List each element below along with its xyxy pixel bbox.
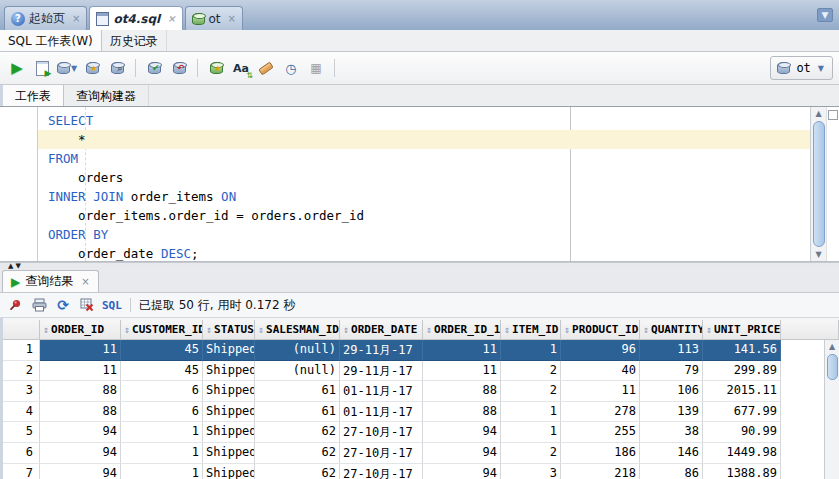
close-icon[interactable]: × bbox=[228, 14, 236, 24]
tab-ot-connection[interactable]: ot × bbox=[185, 6, 243, 30]
cell-salesman_id[interactable]: 62 bbox=[255, 443, 340, 464]
code-line[interactable]: * bbox=[38, 130, 810, 149]
grid-scrollbar-thumb[interactable] bbox=[827, 354, 838, 380]
code-line[interactable]: ORDER BY bbox=[38, 225, 810, 244]
table-row[interactable]: 7941Shipped6227-10月-17943218861388.89 bbox=[3, 464, 839, 479]
cell-status[interactable]: Shipped bbox=[203, 402, 255, 423]
sql-editor[interactable]: SELECT *FROM ordersINNER JOIN order_item… bbox=[0, 107, 839, 262]
cell-customer_id[interactable]: 6 bbox=[121, 381, 203, 402]
cell-unit_price[interactable]: 1388.89 bbox=[703, 464, 781, 479]
autotrace-button[interactable]: ★ bbox=[81, 57, 103, 79]
cell-item_id[interactable]: 2 bbox=[501, 381, 561, 402]
cell-order_date[interactable]: 27-10月-17 bbox=[340, 422, 423, 443]
cell-item_id[interactable]: 2 bbox=[501, 361, 561, 382]
close-icon[interactable]: × bbox=[81, 277, 89, 287]
tab-history[interactable]: 历史记录 bbox=[102, 30, 167, 51]
run-statement-button[interactable]: ▶ bbox=[6, 57, 28, 79]
code-line[interactable]: orders bbox=[38, 168, 810, 187]
cell-salesman_id[interactable]: (null) bbox=[255, 361, 340, 382]
column-header-unit_price[interactable]: ⇕UNIT_PRICE bbox=[703, 320, 781, 340]
sort-icon[interactable]: ⇕ bbox=[343, 324, 349, 335]
sort-icon[interactable]: ⇕ bbox=[706, 324, 712, 335]
cell-quantity[interactable]: 106 bbox=[640, 381, 703, 402]
cell-order_date[interactable]: 01-11月-17 bbox=[340, 381, 423, 402]
cell-unit_price[interactable]: 2015.11 bbox=[703, 381, 781, 402]
cell-status[interactable]: Shipped bbox=[203, 422, 255, 443]
editor-split-box[interactable] bbox=[828, 110, 838, 120]
column-header-order_id_1[interactable]: ⇕ORDER_ID_1 bbox=[423, 320, 501, 340]
cell-quantity[interactable]: 139 bbox=[640, 402, 703, 423]
cell-customer_id[interactable]: 6 bbox=[121, 402, 203, 423]
close-icon[interactable]: × bbox=[72, 14, 80, 24]
cell-quantity[interactable]: 146 bbox=[640, 443, 703, 464]
column-header-order_id[interactable]: ⇕ORDER_ID bbox=[40, 320, 121, 340]
cell-order_date[interactable]: 27-10月-17 bbox=[340, 443, 423, 464]
table-row[interactable]: 21145Shipped(null)29-11月-171124079299.89 bbox=[3, 361, 839, 382]
sort-icon[interactable]: ⇕ bbox=[43, 324, 49, 335]
chevron-down-icon[interactable]: ▼ bbox=[71, 64, 77, 73]
code-line[interactable]: order_date DESC; bbox=[38, 244, 810, 261]
cell-item_id[interactable]: 3 bbox=[501, 464, 561, 479]
tab-query-builder[interactable]: 查询构建器 bbox=[64, 85, 149, 106]
clear-button[interactable] bbox=[255, 57, 277, 79]
tab-query-result[interactable]: ▶ 查询结果 × bbox=[2, 270, 99, 292]
close-icon[interactable]: × bbox=[167, 14, 175, 24]
cell-order_id[interactable]: 94 bbox=[40, 422, 121, 443]
cell-status[interactable]: Shipped bbox=[203, 361, 255, 382]
row-number[interactable]: 3 bbox=[3, 381, 40, 402]
cell-order_id[interactable]: 11 bbox=[40, 361, 121, 382]
cell-quantity[interactable]: 113 bbox=[640, 340, 703, 361]
table-row[interactable]: 3886Shipped6101-11月-17882111062015.11 bbox=[3, 381, 839, 402]
cell-order_date[interactable]: 29-11月-17 bbox=[340, 340, 423, 361]
cell-customer_id[interactable]: 1 bbox=[121, 422, 203, 443]
sort-icon[interactable]: ⇕ bbox=[258, 324, 264, 335]
cell-product_id[interactable]: 186 bbox=[561, 443, 640, 464]
tab-list-chevron-icon[interactable]: ▼ bbox=[817, 8, 833, 22]
pane-splitter[interactable]: ▲ ▼ bbox=[0, 262, 839, 269]
row-number[interactable]: 2 bbox=[3, 361, 40, 382]
cell-unit_price[interactable]: 299.89 bbox=[703, 361, 781, 382]
results-grid[interactable]: ⇕ORDER_ID⇕CUSTOMER_ID⇕STATUS⇕SALESMAN_ID… bbox=[0, 318, 839, 479]
delete-result-button[interactable] bbox=[78, 296, 96, 314]
tab-sql-worksheet[interactable]: SQL 工作表(W) bbox=[0, 30, 102, 51]
cell-order_id_1[interactable]: 88 bbox=[423, 402, 501, 423]
column-header-salesman_id[interactable]: ⇕SALESMAN_ID bbox=[255, 320, 340, 340]
cell-order_id_1[interactable]: 94 bbox=[423, 443, 501, 464]
print-button[interactable] bbox=[30, 296, 48, 314]
row-number[interactable]: 6 bbox=[3, 443, 40, 464]
cell-unit_price[interactable]: 90.99 bbox=[703, 422, 781, 443]
cell-unit_price[interactable]: 1449.98 bbox=[703, 443, 781, 464]
cell-product_id[interactable]: 96 bbox=[561, 340, 640, 361]
cell-product_id[interactable]: 278 bbox=[561, 402, 640, 423]
code-line[interactable]: INNER JOIN order_items ON bbox=[38, 187, 810, 206]
table-row[interactable]: 4886Shipped6101-11月-17881278139677.99 bbox=[3, 402, 839, 423]
cell-item_id[interactable]: 1 bbox=[501, 422, 561, 443]
column-header-status[interactable]: ⇕STATUS bbox=[203, 320, 255, 340]
table-row[interactable]: 5941Shipped6227-10月-179412553890.99 bbox=[3, 422, 839, 443]
row-number[interactable]: 7 bbox=[3, 464, 40, 479]
tab-start-page[interactable]: ? 起始页 × bbox=[4, 6, 87, 30]
cell-salesman_id[interactable]: 62 bbox=[255, 464, 340, 479]
to-upper-lower-button[interactable]: Aa⇅ bbox=[230, 57, 252, 79]
run-script-button[interactable]: ▶ bbox=[31, 57, 53, 79]
row-number[interactable]: 1 bbox=[3, 340, 40, 361]
row-number[interactable]: 5 bbox=[3, 422, 40, 443]
cell-order_date[interactable]: 29-11月-17 bbox=[340, 361, 423, 382]
cell-order_id[interactable]: 88 bbox=[40, 402, 121, 423]
sql-history-button[interactable]: ◷ bbox=[280, 57, 302, 79]
pin-button[interactable] bbox=[6, 296, 24, 314]
table-row[interactable]: 11145Shipped(null)29-11月-1711196113141.5… bbox=[3, 340, 839, 361]
cell-item_id[interactable]: 1 bbox=[501, 402, 561, 423]
column-header-product_id[interactable]: ⇕PRODUCT_ID bbox=[561, 320, 640, 340]
column-header-quantity[interactable]: ⇕QUANTITY bbox=[640, 320, 703, 340]
cell-order_id_1[interactable]: 11 bbox=[423, 361, 501, 382]
cell-product_id[interactable]: 11 bbox=[561, 381, 640, 402]
sql-code-area[interactable]: SELECT *FROM ordersINNER JOIN order_item… bbox=[38, 107, 810, 261]
code-line[interactable]: order_items.order_id = orders.order_id bbox=[38, 206, 810, 225]
editor-scrollbar-thumb[interactable] bbox=[813, 121, 825, 247]
cell-salesman_id[interactable]: (null) bbox=[255, 340, 340, 361]
cell-item_id[interactable]: 2 bbox=[501, 443, 561, 464]
cell-customer_id[interactable]: 1 bbox=[121, 443, 203, 464]
sort-icon[interactable]: ⇕ bbox=[206, 324, 212, 335]
cell-order_date[interactable]: 27-10月-17 bbox=[340, 464, 423, 479]
